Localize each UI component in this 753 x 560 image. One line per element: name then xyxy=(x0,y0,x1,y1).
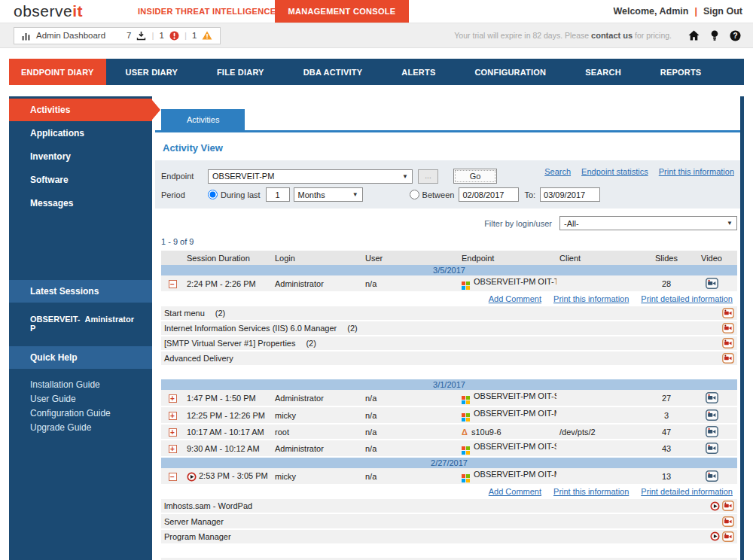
lightbulb-icon[interactable] xyxy=(711,30,718,41)
windows-icon xyxy=(462,282,470,290)
date-group-row: 2/27/2017 xyxy=(161,458,737,468)
date-label: 3/5/2017 xyxy=(161,265,737,275)
video-icon[interactable] xyxy=(722,323,734,333)
video-icon[interactable] xyxy=(706,409,718,421)
expand-icon[interactable]: + xyxy=(169,412,177,420)
nav-alerts[interactable]: ALERTS xyxy=(382,59,455,85)
session-slides: 47 xyxy=(647,425,686,440)
link-add-comment[interactable]: Add Comment xyxy=(489,487,541,496)
collapse-icon[interactable]: − xyxy=(169,280,177,288)
warning-icon[interactable] xyxy=(202,31,212,40)
contact-us-link[interactable]: contact us xyxy=(591,31,633,40)
latest-session-item[interactable]: OBSERVEIT-P Aministrator xyxy=(9,303,152,346)
video-icon[interactable] xyxy=(706,426,718,437)
management-console-tab[interactable]: MANAGEMENT CONSOLE xyxy=(275,0,409,23)
session-row: +2:11 PM - 2:23 PMmickyn/aOBSERVEIT-PM O… xyxy=(161,558,737,560)
filter-user-select[interactable]: -All-▼ xyxy=(559,216,737,230)
dashboard-link[interactable]: Admin Dashboard xyxy=(36,31,105,40)
application-name: Internet Information Services (IIS) 6.0 … xyxy=(164,324,337,333)
session-slides: 27 xyxy=(647,390,686,407)
trial-notice: Your trial will expire in 82 days. Pleas… xyxy=(454,31,672,40)
session-slides: 13 xyxy=(647,468,686,485)
export-count[interactable]: 7 xyxy=(127,31,131,40)
between-radio[interactable] xyxy=(410,190,419,199)
help-icon[interactable]: ? xyxy=(730,30,741,41)
column-session-duration: Session Duration xyxy=(184,251,272,265)
application-row: Start menu(2) xyxy=(161,306,737,321)
during-last-radio[interactable] xyxy=(208,190,218,199)
date-group-row: 3/5/2017 xyxy=(161,265,737,275)
go-button[interactable]: Go xyxy=(453,169,497,184)
link-print-this-information[interactable]: Print this information xyxy=(659,167,734,176)
from-date-input[interactable] xyxy=(459,187,519,202)
link-search[interactable]: Search xyxy=(544,167,571,176)
collapse-icon[interactable]: − xyxy=(169,473,177,481)
application-count: (2) xyxy=(215,309,225,318)
session-duration: 9:30 AM - 10:12 AM xyxy=(187,444,260,453)
link-print-detailed-information[interactable]: Print detailed information xyxy=(641,294,733,303)
video-icon[interactable] xyxy=(722,501,734,511)
nav-search[interactable]: SEARCH xyxy=(566,59,641,85)
application-row: Internet Information Services (IIS) 6.0 … xyxy=(161,321,737,336)
windows-icon xyxy=(462,446,470,455)
session-slides: 23 xyxy=(647,558,686,560)
tab-activities[interactable]: Activities xyxy=(161,109,245,130)
expand-icon[interactable]: + xyxy=(169,428,177,437)
error-icon[interactable] xyxy=(169,31,179,41)
video-icon[interactable] xyxy=(722,308,734,318)
nav-user-diary[interactable]: USER DIARY xyxy=(106,59,197,85)
video-icon[interactable] xyxy=(706,470,718,482)
download-icon[interactable] xyxy=(136,31,146,41)
main-panel: Activities Activity View SearchEndpoint … xyxy=(155,96,744,560)
video-icon[interactable] xyxy=(722,353,734,364)
video-icon[interactable] xyxy=(722,531,734,542)
sidebar-item-software[interactable]: Software xyxy=(9,169,152,191)
nav-file-diary[interactable]: FILE DIARY xyxy=(197,59,284,85)
help-link-upgrade-guide[interactable]: Upgrade Guide xyxy=(30,421,131,435)
help-link-configuration-guide[interactable]: Configuration Guide xyxy=(30,406,131,421)
date-label: 3/1/2017 xyxy=(161,379,737,390)
application-name: Server Manager xyxy=(164,517,224,526)
expand-icon[interactable]: + xyxy=(169,445,177,453)
video-icon[interactable] xyxy=(706,278,718,289)
video-icon[interactable] xyxy=(722,338,734,348)
video-icon[interactable] xyxy=(706,443,718,454)
link-print-this-information[interactable]: Print this information xyxy=(553,294,629,303)
play-icon[interactable] xyxy=(187,472,197,482)
sidebar-item-messages[interactable]: Messages xyxy=(9,192,152,215)
nav-configuration[interactable]: CONFIGURATION xyxy=(455,59,566,85)
link-add-comment[interactable]: Add Comment xyxy=(489,294,541,303)
session-endpoint: OBSERVEIT-PM OIT-SH xyxy=(474,442,556,451)
video-icon[interactable] xyxy=(722,516,734,527)
play-icon[interactable] xyxy=(710,501,720,511)
endpoint-select[interactable]: OBSERVEIT-PM▼ xyxy=(208,169,413,184)
period-unit-select[interactable]: Months▼ xyxy=(294,187,363,202)
expand-icon[interactable]: + xyxy=(169,394,177,403)
session-row: +12:25 PM - 12:26 PMmickyn/aOBSERVEIT-PM… xyxy=(161,407,737,425)
session-login: Administrator xyxy=(272,275,362,293)
error-count[interactable]: 1 xyxy=(159,31,163,40)
nav-dba-activity[interactable]: DBA ACTIVITY xyxy=(284,59,383,85)
top-links: SearchEndpoint statisticsPrint this info… xyxy=(534,167,734,176)
nav-reports[interactable]: REPORTS xyxy=(641,59,721,85)
home-icon[interactable] xyxy=(688,30,700,41)
link-print-detailed-information[interactable]: Print detailed information xyxy=(641,487,733,496)
session-row: −2:24 PM - 2:26 PMAdministratorn/aOBSERV… xyxy=(161,275,737,293)
to-date-input[interactable] xyxy=(540,187,600,202)
link-endpoint-statistics[interactable]: Endpoint statistics xyxy=(581,167,648,176)
warning-count[interactable]: 1 xyxy=(192,31,197,40)
sidebar-menu: ActivitiesApplicationsInventorySoftwareM… xyxy=(9,96,152,280)
sidebar-item-applications[interactable]: Applications xyxy=(9,122,152,145)
video-icon[interactable] xyxy=(706,392,718,403)
nav-endpoint-diary[interactable]: ENDPOINT DIARY xyxy=(9,59,106,85)
application-name: Program Manager xyxy=(164,532,231,541)
sidebar-item-inventory[interactable]: Inventory xyxy=(9,145,152,168)
help-link-installation-guide[interactable]: Installation Guide xyxy=(30,378,131,392)
sign-out-link[interactable]: Sign Out xyxy=(703,6,742,17)
sidebar-item-activities[interactable]: Activities xyxy=(9,99,152,121)
play-icon[interactable] xyxy=(710,531,720,541)
browse-button[interactable]: ... xyxy=(418,169,438,184)
during-value-input[interactable] xyxy=(266,187,290,202)
help-link-user-guide[interactable]: User Guide xyxy=(30,392,131,406)
link-print-this-information[interactable]: Print this information xyxy=(553,487,629,496)
